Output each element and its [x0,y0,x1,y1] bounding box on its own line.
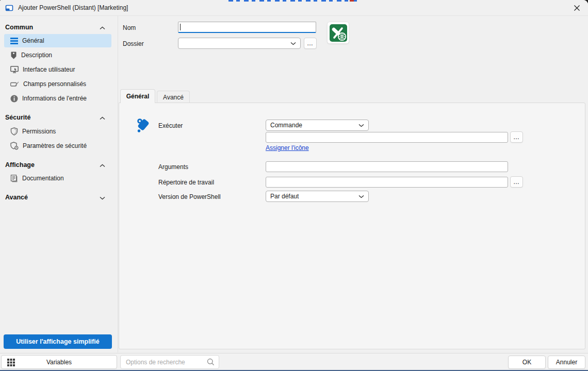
text-caret [180,24,181,30]
window-title: Ajouter PowerShell (Distant) [Marketing] [18,4,128,11]
chevron-down-icon [290,42,296,45]
close-icon [574,5,580,11]
search-box [120,355,219,369]
sidebar-item-informations-entree[interactable]: Informations de l'entrée [4,92,111,105]
command-browse-button[interactable]: … [510,131,523,143]
close-button[interactable] [565,0,588,15]
script-icon [135,116,151,137]
search-input[interactable] [125,358,207,366]
name-input[interactable] [178,22,316,33]
titlebar[interactable]: Ajouter PowerShell (Distant) [Marketing] [0,0,588,16]
entry-type-icon [327,22,349,44]
document-icon [10,175,18,182]
chevron-up-icon [100,24,105,31]
working-directory-label: Répertoire de travail [158,179,214,186]
tab-general[interactable]: Général [120,89,155,103]
chevron-down-icon [100,194,105,201]
field-edit-icon [10,81,19,88]
dialog-window: Ajouter PowerShell (Distant) [Marketing]… [0,0,588,371]
shield-icon [10,127,18,136]
sidebar-section-commun[interactable]: Commun [5,23,111,32]
info-icon [10,95,18,103]
powershell-version-label: Version de PowerShell [158,193,221,200]
arguments-input[interactable] [266,161,508,172]
menu-lines-icon [10,38,18,44]
ok-button[interactable]: OK [508,356,546,369]
tag-icon [10,52,17,59]
window-icon [5,4,13,12]
sidebar-item-interface-utilisateur[interactable]: Interface utilisateur [4,63,111,76]
tab-advanced[interactable]: Avancé [157,91,190,103]
arguments-label: Arguments [158,163,188,171]
search-icon[interactable] [207,358,215,366]
sidebar-item-parametres-securite[interactable]: Paramètres de sécurité [4,139,111,153]
folder-browse-button[interactable]: … [304,38,317,49]
working-directory-input[interactable] [266,177,508,188]
background-app-edge [228,0,360,2]
folder-combobox[interactable] [178,38,301,49]
cancel-button[interactable]: Annuler [548,356,585,369]
shield-gear-icon [10,142,19,150]
chevron-up-icon [100,114,105,122]
simplified-view-button[interactable]: Utiliser l'affichage simplifié [4,334,112,349]
variables-button[interactable]: Variables [1,355,117,369]
sidebar-item-permissions[interactable]: Permissions [4,125,111,138]
sidebar-section-avance[interactable]: Avancé [5,193,111,202]
powershell-version-combobox[interactable]: Par défaut [266,191,369,202]
sidebar-section-affichage[interactable]: Affichage [5,160,111,170]
sidebar-item-champs-personnalises[interactable]: Champs personnalisés [4,77,111,91]
sidebar-section-securite[interactable]: Sécurité [5,113,111,122]
sidebar-item-description[interactable]: Description [4,48,111,62]
sidebar-item-documentation[interactable]: Documentation [4,172,111,185]
working-directory-browse-button[interactable]: … [510,176,523,188]
monitor-icon [10,66,19,73]
name-label: Nom [123,24,136,31]
chevron-down-icon [358,124,364,127]
chevron-up-icon [100,162,105,169]
chevron-down-icon [358,195,364,198]
execute-combobox[interactable]: Commande [266,120,369,131]
assign-icon-link[interactable]: Assigner l'icône [266,144,309,151]
sidebar: Commun Général Description Interface uti… [0,16,118,352]
sidebar-item-general[interactable]: Général [4,34,111,47]
footer-bar: Variables OK Annuler [0,353,588,370]
folder-label: Dossier [123,40,144,47]
powershell-remote-icon [330,24,347,42]
grid-icon [7,359,15,368]
execute-label: Exécuter [158,122,183,129]
command-input[interactable] [266,132,508,143]
